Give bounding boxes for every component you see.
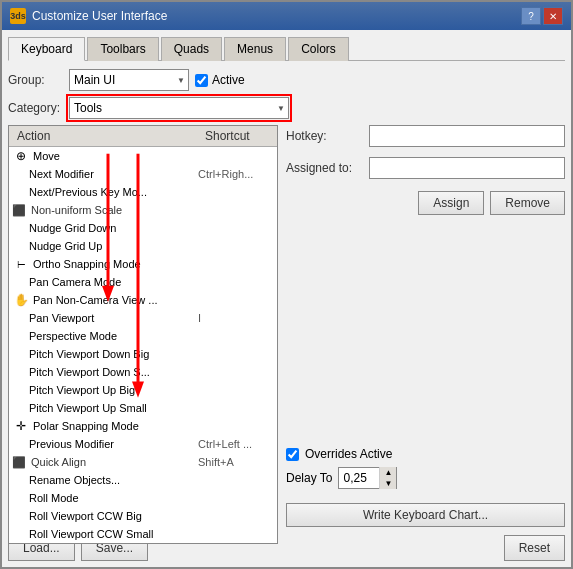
window-content: Keyboard Toolbars Quads Menus Colors Gro… <box>2 30 571 567</box>
close-button[interactable]: ✕ <box>543 7 563 25</box>
list-item[interactable]: ⊕ Move <box>9 147 277 165</box>
list-item[interactable]: Pitch Viewport Up Small <box>9 399 277 417</box>
list-item[interactable]: ⬛ Quick Align Shift+A <box>9 453 277 471</box>
main-area: Action Shortcut ⊕ Move Next Modifier Ctr… <box>8 125 565 527</box>
polar-icon: ✛ <box>13 418 29 434</box>
action-column-header: Action <box>9 129 197 143</box>
list-header: Action Shortcut <box>9 126 277 147</box>
hotkey-input[interactable] <box>369 125 565 147</box>
list-item[interactable]: Pitch Viewport Up Big <box>9 381 277 399</box>
group-label: Group: <box>8 73 63 87</box>
tab-quads[interactable]: Quads <box>161 37 222 61</box>
assign-remove-row: Assign Remove <box>286 191 565 215</box>
main-window: 3ds Customize User Interface ? ✕ Keyboar… <box>0 0 573 569</box>
list-item[interactable]: Previous Modifier Ctrl+Left ... <box>9 435 277 453</box>
list-item[interactable]: ⬛ Non-uniform Scale <box>9 201 277 219</box>
list-item[interactable]: Nudge Grid Down <box>9 219 277 237</box>
list-item[interactable]: Nudge Grid Up <box>9 237 277 255</box>
remove-button[interactable]: Remove <box>490 191 565 215</box>
list-panel-wrapper: Action Shortcut ⊕ Move Next Modifier Ctr… <box>8 125 278 527</box>
write-keyboard-chart-button[interactable]: Write Keyboard Chart... <box>286 503 565 527</box>
category-label: Category: <box>8 101 63 115</box>
title-bar-left: 3ds Customize User Interface <box>10 8 167 24</box>
category-select[interactable]: Tools <box>69 97 289 119</box>
list-item[interactable]: Perspective Mode <box>9 327 277 345</box>
app-icon: 3ds <box>10 8 26 24</box>
scale-icon: ⬛ <box>11 202 27 218</box>
tabs-bar: Keyboard Toolbars Quads Menus Colors <box>8 36 565 61</box>
list-panel: Action Shortcut ⊕ Move Next Modifier Ctr… <box>8 125 278 544</box>
overrides-checkbox[interactable] <box>286 448 299 461</box>
tab-colors[interactable]: Colors <box>288 37 349 61</box>
assigned-to-row: Assigned to: <box>286 157 565 179</box>
list-item[interactable]: ⊢ Ortho Snapping Mode <box>9 255 277 273</box>
tab-keyboard[interactable]: Keyboard <box>8 37 85 61</box>
group-row: Group: Main UI ▼ Active <box>8 69 565 91</box>
move-icon: ⊕ <box>13 148 29 164</box>
spin-down-button[interactable]: ▼ <box>380 478 396 489</box>
list-item[interactable]: ✋ Pan Non-Camera View ... <box>9 291 277 309</box>
active-checkbox-label[interactable]: Active <box>195 73 245 87</box>
quickalign-icon: ⬛ <box>11 454 27 470</box>
list-item[interactable]: Pitch Viewport Down S... <box>9 363 277 381</box>
shortcut-column-header: Shortcut <box>197 129 277 143</box>
delay-label: Delay To <box>286 471 332 485</box>
hotkey-row: Hotkey: <box>286 125 565 147</box>
active-checkbox[interactable] <box>195 74 208 87</box>
list-body[interactable]: ⊕ Move Next Modifier Ctrl+Righ... Next/P… <box>9 147 277 543</box>
right-panel: Hotkey: Assigned to: Assign Remove Overr… <box>286 125 565 527</box>
assign-button[interactable]: Assign <box>418 191 484 215</box>
help-button[interactable]: ? <box>521 7 541 25</box>
list-item[interactable]: Roll Viewport CCW Small <box>9 525 277 543</box>
pan-icon: ✋ <box>13 292 29 308</box>
list-item[interactable]: Roll Viewport CCW Big <box>9 507 277 525</box>
tab-menus[interactable]: Menus <box>224 37 286 61</box>
active-label: Active <box>212 73 245 87</box>
delay-row: Delay To ▲ ▼ <box>286 467 565 489</box>
spin-up-button[interactable]: ▲ <box>380 467 396 478</box>
group-select-wrap: Main UI ▼ <box>69 69 189 91</box>
list-item[interactable]: ✛ Polar Snapping Mode <box>9 417 277 435</box>
list-item[interactable]: Next Modifier Ctrl+Righ... <box>9 165 277 183</box>
spin-buttons: ▲ ▼ <box>379 467 396 489</box>
delay-input[interactable] <box>339 468 379 488</box>
list-item[interactable]: Roll Mode <box>9 489 277 507</box>
assigned-to-label: Assigned to: <box>286 161 361 175</box>
hotkey-label: Hotkey: <box>286 129 361 143</box>
title-bar: 3ds Customize User Interface ? ✕ <box>2 2 571 30</box>
list-item[interactable]: Rename Objects... <box>9 471 277 489</box>
window-title: Customize User Interface <box>32 9 167 23</box>
list-item[interactable]: Pitch Viewport Down Big <box>9 345 277 363</box>
list-item[interactable]: Pan Camera Mode <box>9 273 277 291</box>
group-select[interactable]: Main UI <box>69 69 189 91</box>
list-item[interactable]: Next/Previous Key Mo... <box>9 183 277 201</box>
reset-button[interactable]: Reset <box>504 535 565 561</box>
category-row: Category: Tools ▼ <box>8 97 565 119</box>
category-select-wrap: Tools ▼ <box>69 97 289 119</box>
tab-toolbars[interactable]: Toolbars <box>87 37 158 61</box>
delay-input-wrap: ▲ ▼ <box>338 467 397 489</box>
title-buttons: ? ✕ <box>521 7 563 25</box>
overrides-row: Overrides Active <box>286 447 565 461</box>
list-item[interactable]: Pan Viewport I <box>9 309 277 327</box>
assigned-to-input[interactable] <box>369 157 565 179</box>
ortho-icon: ⊢ <box>13 256 29 272</box>
overrides-label: Overrides Active <box>305 447 392 461</box>
spacer <box>286 221 565 441</box>
